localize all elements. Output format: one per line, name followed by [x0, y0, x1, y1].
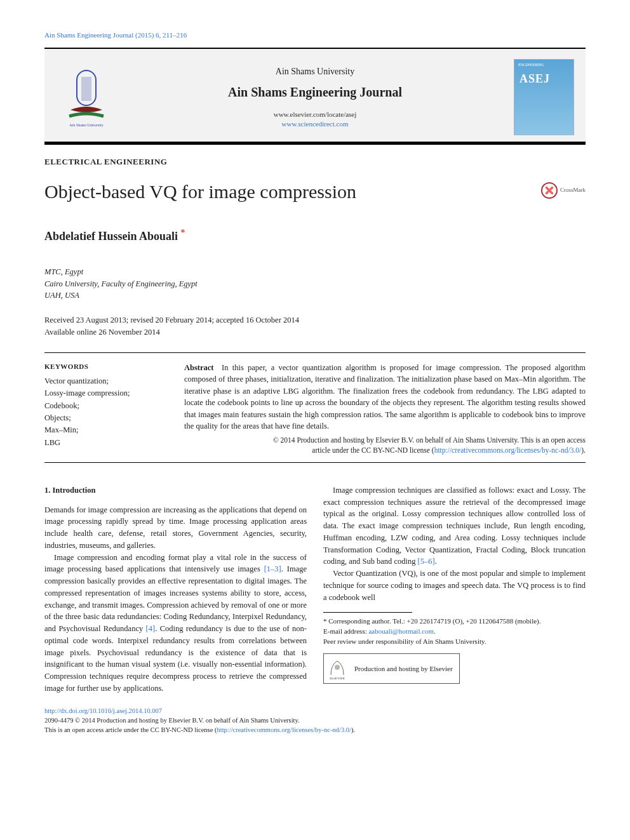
keyword-item: Max–Min;	[44, 424, 171, 436]
footer-license-post: ).	[351, 726, 355, 733]
doi-link[interactable]: http://dx.doi.org/10.1016/j.asej.2014.10…	[44, 707, 162, 714]
abstract-copyright: © 2014 Production and hosting by Elsevie…	[184, 435, 586, 456]
page-footer: http://dx.doi.org/10.1016/j.asej.2014.10…	[44, 706, 586, 735]
affiliation-line: UAH, USA	[44, 290, 586, 302]
dates-line2: Available online 26 November 2014	[44, 326, 586, 338]
introduction-heading: 1. Introduction	[44, 484, 307, 497]
cover-top-label: ENGINEERING	[518, 62, 544, 67]
body-paragraph: Demands for image compression are increa…	[44, 504, 307, 552]
abs-copy-line2-post: ).	[581, 446, 586, 454]
abstract-column: Abstract In this paper, a vector quantiz…	[184, 362, 586, 456]
para-text: . Coding redundancy is due to the use of…	[44, 624, 307, 693]
svg-text:Ain Shams University: Ain Shams University	[69, 123, 103, 127]
elsevier-label: ELSEVIER	[330, 676, 345, 681]
footnote-email: E-mail address: aabouali@hotmail.com.	[323, 627, 586, 637]
body-two-column: 1. Introduction Demands for image compre…	[44, 484, 586, 695]
running-header: Ain Shams Engineering Journal (2015) 6, …	[44, 30, 586, 40]
keyword-item: LBG	[44, 437, 171, 449]
crossmark-label: CrossMark	[560, 186, 586, 194]
journal-cover-thumbnail: ENGINEERING ASEJ	[514, 59, 574, 135]
email-label: E-mail address:	[323, 627, 368, 635]
footer-license-link[interactable]: http://creativecommons.org/licenses/by-n…	[217, 726, 351, 733]
footer-license-pre: This is an open access article under the…	[44, 726, 217, 733]
reference-link[interactable]: [5–6]	[418, 557, 435, 566]
masthead-container: Ain Shams University Ain Shams Universit…	[44, 48, 586, 145]
paper-title: Object-based VQ for image compression	[44, 178, 356, 205]
abstract-label: Abstract	[184, 363, 214, 372]
affiliation-line: Cairo University, Faculty of Engineering…	[44, 278, 586, 290]
reference-link[interactable]: [4]	[146, 624, 156, 633]
keywords-list: Vector quantization; Lossy-image compres…	[44, 375, 171, 449]
svg-rect-1	[81, 77, 91, 101]
keyword-item: Objects;	[44, 412, 171, 424]
author-text: Abdelatief Hussein Abouali	[44, 230, 178, 243]
title-row: Object-based VQ for image compression Cr…	[44, 178, 586, 205]
footnote-corresponding: * Corresponding author. Tel.: +20 226174…	[323, 617, 586, 627]
para-text: Image compression techniques are classif…	[323, 486, 586, 566]
footnote-separator	[323, 612, 412, 613]
affiliations: MTC, Egypt Cairo University, Faculty of …	[44, 266, 586, 302]
para-text: .	[435, 557, 437, 566]
keywords-column: KEYWORDS Vector quantization; Lossy-imag…	[44, 362, 171, 456]
abstract-block: KEYWORDS Vector quantization; Lossy-imag…	[44, 352, 586, 463]
body-paragraph: Vector Quantization (VQ), is one of the …	[323, 568, 586, 603]
dates-line1: Received 23 August 2013; revised 20 Febr…	[44, 314, 586, 326]
svg-point-3	[335, 665, 340, 670]
university-logo: Ain Shams University	[56, 62, 116, 132]
keyword-item: Lossy-image compression;	[44, 387, 171, 399]
footer-copyright: 2090-4479 © 2014 Production and hosting …	[44, 717, 300, 724]
abs-copy-line1: © 2014 Production and hosting by Elsevie…	[273, 436, 586, 444]
cc-license-link[interactable]: http://creativecommons.org/licenses/by-n…	[434, 446, 582, 454]
footnotes-block: * Corresponding author. Tel.: +20 226174…	[323, 617, 586, 647]
affiliation-line: MTC, Egypt	[44, 266, 586, 278]
hosting-text: Production and hosting by Elsevier	[354, 663, 453, 674]
masthead: Ain Shams University Ain Shams Universit…	[44, 49, 586, 142]
article-dates: Received 23 August 2013; revised 20 Febr…	[44, 314, 586, 338]
journal-link-sciencedirect[interactable]: www.sciencedirect.com	[128, 119, 502, 129]
author-name: Abdelatief Hussein Abouali *	[44, 227, 586, 244]
email-post: .	[434, 627, 436, 635]
hosting-box: ELSEVIER Production and hosting by Elsev…	[323, 653, 460, 684]
abs-copy-line2-pre: article under the CC BY-NC-ND license (	[312, 446, 434, 454]
reference-link[interactable]: [1–3]	[264, 564, 281, 573]
email-link[interactable]: aabouali@hotmail.com	[368, 627, 434, 635]
university-name: Ain Shams University	[128, 65, 502, 78]
corresponding-asterisk: *	[181, 228, 185, 237]
body-paragraph: Image compression and encoding format pl…	[44, 552, 307, 695]
crossmark-badge[interactable]: CrossMark	[541, 182, 586, 199]
journal-name: Ain Shams Engineering Journal	[128, 83, 502, 101]
keyword-item: Codebook;	[44, 400, 171, 412]
body-paragraph: Image compression techniques are classif…	[323, 484, 586, 568]
crossmark-icon	[541, 182, 558, 199]
masthead-center: Ain Shams University Ain Shams Engineeri…	[128, 65, 502, 129]
elsevier-logo: ELSEVIER	[326, 657, 348, 681]
cover-journal-abbrev: ASEJ	[519, 71, 550, 87]
journal-link-elsevier[interactable]: www.elsevier.com/locate/asej	[128, 110, 502, 119]
abstract-text: In this paper, a vector quantization alg…	[184, 363, 586, 431]
footnote-peer-review: Peer review under responsibility of Ain …	[323, 637, 586, 647]
keyword-item: Vector quantization;	[44, 375, 171, 387]
section-label: ELECTRICAL ENGINEERING	[44, 156, 586, 168]
keywords-heading: KEYWORDS	[44, 362, 171, 371]
